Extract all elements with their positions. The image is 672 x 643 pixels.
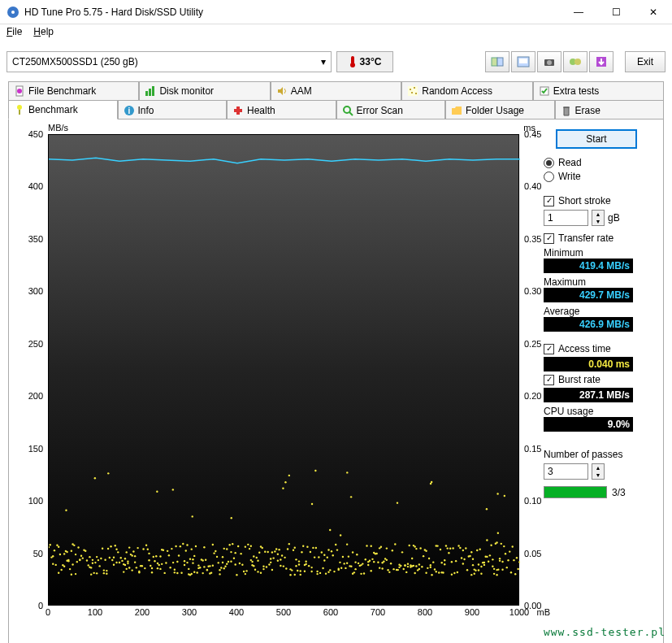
maximize-button[interactable]: ☐ xyxy=(597,0,635,24)
svg-point-78 xyxy=(73,545,75,546)
svg-point-170 xyxy=(171,548,172,550)
svg-point-520 xyxy=(329,529,331,531)
svg-point-290 xyxy=(294,547,296,549)
tab-health[interactable]: Health xyxy=(227,100,336,119)
tab-aam[interactable]: AAM xyxy=(271,81,401,100)
copy-info-button[interactable] xyxy=(485,51,509,72)
tab-file-benchmark[interactable]: File Benchmark xyxy=(8,81,139,100)
svg-point-494 xyxy=(514,573,516,575)
svg-point-340 xyxy=(348,555,349,557)
maximum-label: Maximum xyxy=(544,276,649,288)
svg-point-362 xyxy=(371,558,373,560)
drive-dropdown[interactable]: CT250MX500SSD1 (250 gB) ▾ xyxy=(7,51,332,72)
svg-point-148 xyxy=(147,549,149,550)
short-stroke-stepper[interactable]: ▲▼ xyxy=(592,210,605,226)
minimize-button[interactable]: — xyxy=(560,0,597,24)
svg-point-218 xyxy=(218,562,219,563)
burst-rate-checkbox[interactable]: Burst rate xyxy=(544,374,649,385)
tab-random-access[interactable]: Random Access xyxy=(401,81,532,100)
drive-selected: CT250MX500SSD1 (250 gB) xyxy=(12,56,138,67)
svg-point-255 xyxy=(256,557,258,558)
svg-point-254 xyxy=(254,569,256,571)
passes-stepper[interactable]: ▲▼ xyxy=(592,463,605,480)
svg-point-312 xyxy=(315,547,317,549)
svg-point-260 xyxy=(260,571,262,573)
tab-extra-tests[interactable]: Extra tests xyxy=(533,81,664,100)
tab-error-scan[interactable]: Error Scan xyxy=(336,100,446,119)
svg-point-424 xyxy=(436,545,438,546)
svg-point-9 xyxy=(547,60,552,65)
svg-point-413 xyxy=(425,550,427,552)
tab-info[interactable]: iInfo xyxy=(118,100,228,119)
tab-folder-usage[interactable]: Folder Usage xyxy=(445,100,555,119)
transfer-rate-checkbox[interactable]: Transfer rate xyxy=(544,232,649,244)
svg-point-512 xyxy=(288,475,290,476)
short-stroke-checkbox[interactable]: Short stroke xyxy=(544,195,649,206)
svg-point-298 xyxy=(300,570,301,571)
svg-point-500 xyxy=(311,503,313,505)
tab-disk-monitor[interactable]: Disk monitor xyxy=(139,81,270,100)
svg-point-384 xyxy=(397,569,399,571)
file-benchmark-icon xyxy=(14,85,25,97)
svg-point-441 xyxy=(457,571,458,573)
svg-point-210 xyxy=(209,565,210,567)
svg-point-304 xyxy=(305,560,306,562)
temperature-value: 33°C xyxy=(360,56,382,67)
svg-point-305 xyxy=(306,546,308,548)
svg-point-443 xyxy=(459,547,461,549)
svg-point-107 xyxy=(104,559,106,561)
close-button[interactable]: ✕ xyxy=(635,0,672,24)
svg-point-95 xyxy=(92,563,93,564)
svg-point-152 xyxy=(151,567,153,569)
svg-point-109 xyxy=(106,572,107,574)
svg-point-171 xyxy=(172,562,174,563)
error-scan-icon xyxy=(342,105,353,116)
svg-point-444 xyxy=(461,557,462,558)
svg-point-398 xyxy=(411,558,413,559)
svg-point-156 xyxy=(155,555,157,557)
svg-point-454 xyxy=(472,558,474,560)
svg-point-320 xyxy=(323,559,325,561)
svg-point-67 xyxy=(63,566,65,567)
svg-point-219 xyxy=(219,569,220,571)
svg-point-375 xyxy=(386,547,388,549)
svg-point-467 xyxy=(483,564,485,566)
svg-point-371 xyxy=(381,567,383,569)
save-button[interactable] xyxy=(589,51,613,72)
app-icon xyxy=(7,6,20,19)
menu-help[interactable]: Help xyxy=(33,26,54,41)
svg-point-316 xyxy=(319,572,321,574)
tab-benchmark[interactable]: Benchmark xyxy=(8,100,118,119)
screenshot-button[interactable] xyxy=(537,51,561,72)
svg-point-299 xyxy=(301,551,302,553)
svg-point-385 xyxy=(398,567,400,568)
write-radio[interactable]: Write xyxy=(544,171,649,182)
svg-point-142 xyxy=(138,571,140,573)
svg-point-504 xyxy=(94,477,96,479)
exit-button[interactable]: Exit xyxy=(625,51,665,72)
svg-text:i: i xyxy=(128,106,130,115)
menu-file[interactable]: File xyxy=(7,26,22,41)
access-time-checkbox[interactable]: Access time xyxy=(544,343,649,354)
svg-point-88 xyxy=(85,550,86,552)
svg-point-182 xyxy=(184,560,185,562)
svg-point-136 xyxy=(132,550,134,552)
svg-point-263 xyxy=(262,568,264,570)
svg-point-522 xyxy=(496,541,497,543)
options-button[interactable] xyxy=(563,51,587,72)
svg-point-158 xyxy=(157,563,158,564)
svg-point-234 xyxy=(233,558,235,559)
svg-point-411 xyxy=(423,555,424,557)
tab-erase[interactable]: Erase xyxy=(555,100,665,119)
svg-point-459 xyxy=(476,550,478,551)
copy-screenshot-button[interactable] xyxy=(511,51,535,72)
svg-point-516 xyxy=(65,510,67,511)
svg-point-224 xyxy=(223,548,225,550)
svg-point-428 xyxy=(441,562,443,563)
start-button[interactable]: Start xyxy=(556,129,637,149)
svg-point-338 xyxy=(346,543,348,545)
svg-point-442 xyxy=(457,545,459,546)
svg-point-227 xyxy=(226,548,228,550)
svg-point-449 xyxy=(466,569,468,571)
read-radio[interactable]: Read xyxy=(544,157,649,168)
